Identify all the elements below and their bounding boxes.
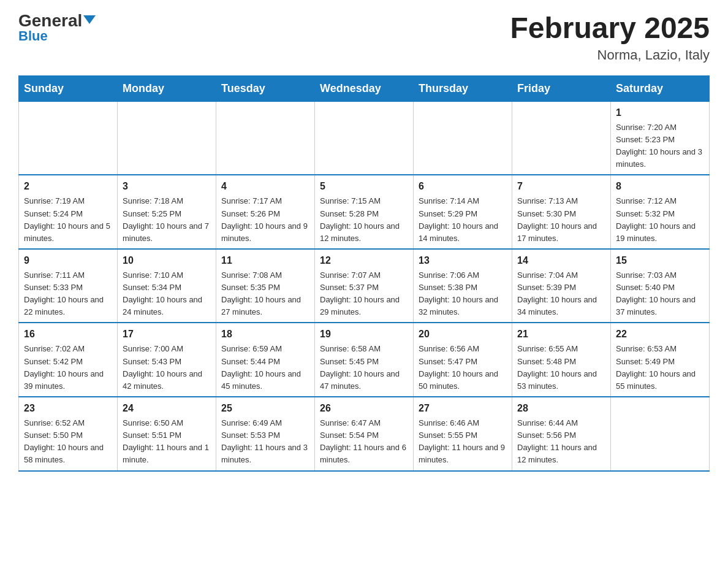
calendar-cell: 7Sunrise: 7:13 AM Sunset: 5:30 PM Daylig…: [512, 175, 611, 249]
day-number: 8: [616, 179, 704, 194]
calendar-cell: 15Sunrise: 7:03 AM Sunset: 5:40 PM Dayli…: [611, 249, 710, 323]
day-number: 2: [24, 179, 112, 194]
day-number: 17: [123, 327, 211, 342]
calendar-cell: 3Sunrise: 7:18 AM Sunset: 5:25 PM Daylig…: [118, 175, 216, 249]
calendar-cell: [19, 101, 118, 175]
week-row-3: 9Sunrise: 7:11 AM Sunset: 5:33 PM Daylig…: [19, 249, 710, 323]
day-info: Sunrise: 7:19 AM Sunset: 5:24 PM Dayligh…: [24, 195, 112, 245]
day-header-sunday: Sunday: [19, 75, 118, 101]
day-info: Sunrise: 6:58 AM Sunset: 5:45 PM Dayligh…: [320, 343, 408, 393]
calendar-body: 1Sunrise: 7:20 AM Sunset: 5:23 PM Daylig…: [19, 101, 710, 470]
day-info: Sunrise: 7:03 AM Sunset: 5:40 PM Dayligh…: [616, 269, 704, 319]
day-info: Sunrise: 7:15 AM Sunset: 5:28 PM Dayligh…: [320, 195, 408, 245]
day-number: 20: [419, 327, 507, 342]
day-info: Sunrise: 7:13 AM Sunset: 5:30 PM Dayligh…: [517, 195, 605, 245]
day-info: Sunrise: 7:14 AM Sunset: 5:29 PM Dayligh…: [419, 195, 507, 245]
day-info: Sunrise: 6:44 AM Sunset: 5:56 PM Dayligh…: [517, 417, 605, 467]
day-info: Sunrise: 7:07 AM Sunset: 5:37 PM Dayligh…: [320, 269, 408, 319]
calendar-cell: 8Sunrise: 7:12 AM Sunset: 5:32 PM Daylig…: [611, 175, 710, 249]
calendar-cell: [611, 397, 710, 471]
calendar-cell: 4Sunrise: 7:17 AM Sunset: 5:26 PM Daylig…: [216, 175, 315, 249]
day-number: 7: [517, 179, 605, 194]
day-number: 27: [419, 401, 507, 416]
day-info: Sunrise: 6:50 AM Sunset: 5:51 PM Dayligh…: [123, 417, 211, 467]
day-info: Sunrise: 6:59 AM Sunset: 5:44 PM Dayligh…: [221, 343, 309, 393]
calendar-cell: 19Sunrise: 6:58 AM Sunset: 5:45 PM Dayli…: [315, 323, 414, 397]
calendar-table: SundayMondayTuesdayWednesdayThursdayFrid…: [18, 75, 710, 472]
calendar-cell: 21Sunrise: 6:55 AM Sunset: 5:48 PM Dayli…: [512, 323, 611, 397]
location-text: Norma, Lazio, Italy: [510, 47, 710, 63]
day-number: 6: [419, 179, 507, 194]
day-number: 16: [24, 327, 112, 342]
day-info: Sunrise: 7:17 AM Sunset: 5:26 PM Dayligh…: [221, 195, 309, 245]
calendar-cell: [512, 101, 611, 175]
logo-blue-text: Blue: [18, 28, 48, 44]
calendar-cell: 11Sunrise: 7:08 AM Sunset: 5:35 PM Dayli…: [216, 249, 315, 323]
day-number: 22: [616, 327, 704, 342]
week-row-1: 1Sunrise: 7:20 AM Sunset: 5:23 PM Daylig…: [19, 101, 710, 175]
day-number: 21: [517, 327, 605, 342]
week-row-5: 23Sunrise: 6:52 AM Sunset: 5:50 PM Dayli…: [19, 397, 710, 471]
calendar-cell: 24Sunrise: 6:50 AM Sunset: 5:51 PM Dayli…: [118, 397, 216, 471]
day-info: Sunrise: 7:10 AM Sunset: 5:34 PM Dayligh…: [123, 269, 211, 319]
day-number: 15: [616, 253, 704, 268]
day-number: 10: [123, 253, 211, 268]
day-number: 19: [320, 327, 408, 342]
title-area: February 2025 Norma, Lazio, Italy: [510, 12, 710, 63]
logo: General Blue: [18, 12, 96, 44]
calendar-cell: 26Sunrise: 6:47 AM Sunset: 5:54 PM Dayli…: [315, 397, 414, 471]
calendar-cell: 23Sunrise: 6:52 AM Sunset: 5:50 PM Dayli…: [19, 397, 118, 471]
day-info: Sunrise: 7:18 AM Sunset: 5:25 PM Dayligh…: [123, 195, 211, 245]
day-info: Sunrise: 6:56 AM Sunset: 5:47 PM Dayligh…: [419, 343, 507, 393]
day-number: 24: [123, 401, 211, 416]
day-info: Sunrise: 7:12 AM Sunset: 5:32 PM Dayligh…: [616, 195, 704, 245]
calendar-cell: 25Sunrise: 6:49 AM Sunset: 5:53 PM Dayli…: [216, 397, 315, 471]
calendar-cell: [414, 101, 512, 175]
day-info: Sunrise: 7:00 AM Sunset: 5:43 PM Dayligh…: [123, 343, 211, 393]
calendar-cell: 6Sunrise: 7:14 AM Sunset: 5:29 PM Daylig…: [414, 175, 512, 249]
day-info: Sunrise: 6:47 AM Sunset: 5:54 PM Dayligh…: [320, 417, 408, 467]
calendar-cell: 10Sunrise: 7:10 AM Sunset: 5:34 PM Dayli…: [118, 249, 216, 323]
day-info: Sunrise: 7:04 AM Sunset: 5:39 PM Dayligh…: [517, 269, 605, 319]
day-info: Sunrise: 6:49 AM Sunset: 5:53 PM Dayligh…: [221, 417, 309, 467]
day-info: Sunrise: 7:08 AM Sunset: 5:35 PM Dayligh…: [221, 269, 309, 319]
day-info: Sunrise: 6:55 AM Sunset: 5:48 PM Dayligh…: [517, 343, 605, 393]
header-row: SundayMondayTuesdayWednesdayThursdayFrid…: [19, 75, 710, 101]
day-number: 4: [221, 179, 309, 194]
day-number: 14: [517, 253, 605, 268]
day-info: Sunrise: 7:11 AM Sunset: 5:33 PM Dayligh…: [24, 269, 112, 319]
day-number: 1: [616, 105, 704, 120]
day-info: Sunrise: 7:02 AM Sunset: 5:42 PM Dayligh…: [24, 343, 112, 393]
page-header: General Blue February 2025 Norma, Lazio,…: [18, 12, 710, 63]
day-info: Sunrise: 6:46 AM Sunset: 5:55 PM Dayligh…: [419, 417, 507, 467]
day-header-thursday: Thursday: [414, 75, 512, 101]
day-number: 3: [123, 179, 211, 194]
calendar-cell: 14Sunrise: 7:04 AM Sunset: 5:39 PM Dayli…: [512, 249, 611, 323]
calendar-cell: 9Sunrise: 7:11 AM Sunset: 5:33 PM Daylig…: [19, 249, 118, 323]
calendar-cell: [315, 101, 414, 175]
day-header-saturday: Saturday: [611, 75, 710, 101]
day-number: 13: [419, 253, 507, 268]
day-number: 12: [320, 253, 408, 268]
day-number: 23: [24, 401, 112, 416]
day-number: 18: [221, 327, 309, 342]
calendar-cell: 28Sunrise: 6:44 AM Sunset: 5:56 PM Dayli…: [512, 397, 611, 471]
day-number: 25: [221, 401, 309, 416]
calendar-cell: 20Sunrise: 6:56 AM Sunset: 5:47 PM Dayli…: [414, 323, 512, 397]
calendar-cell: 27Sunrise: 6:46 AM Sunset: 5:55 PM Dayli…: [414, 397, 512, 471]
day-number: 28: [517, 401, 605, 416]
week-row-2: 2Sunrise: 7:19 AM Sunset: 5:24 PM Daylig…: [19, 175, 710, 249]
day-info: Sunrise: 7:20 AM Sunset: 5:23 PM Dayligh…: [616, 121, 704, 171]
logo-arrow-icon: [83, 15, 96, 24]
calendar-cell: 1Sunrise: 7:20 AM Sunset: 5:23 PM Daylig…: [611, 101, 710, 175]
day-header-tuesday: Tuesday: [216, 75, 315, 101]
week-row-4: 16Sunrise: 7:02 AM Sunset: 5:42 PM Dayli…: [19, 323, 710, 397]
day-header-friday: Friday: [512, 75, 611, 101]
day-number: 9: [24, 253, 112, 268]
calendar-cell: 18Sunrise: 6:59 AM Sunset: 5:44 PM Dayli…: [216, 323, 315, 397]
calendar-cell: [216, 101, 315, 175]
month-title: February 2025: [510, 12, 710, 45]
calendar-cell: 5Sunrise: 7:15 AM Sunset: 5:28 PM Daylig…: [315, 175, 414, 249]
day-number: 11: [221, 253, 309, 268]
day-header-wednesday: Wednesday: [315, 75, 414, 101]
